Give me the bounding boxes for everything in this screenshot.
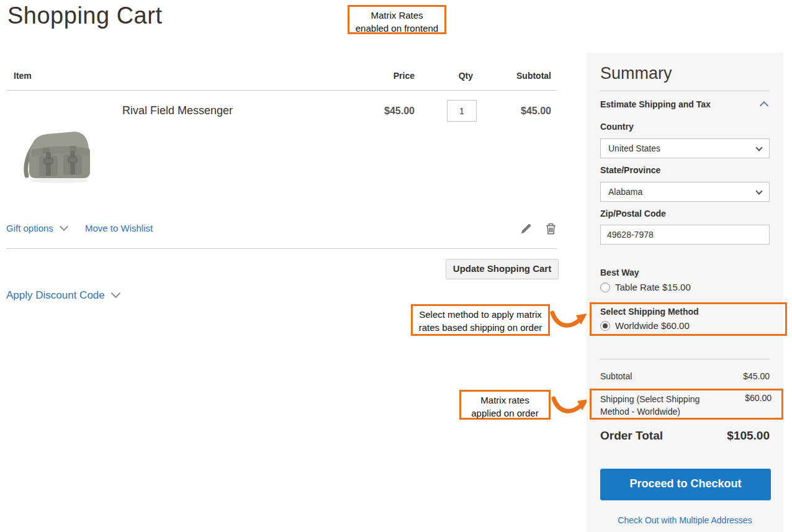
item-price: $45.00 [348,106,415,117]
radio-unchecked-icon[interactable] [600,282,610,292]
shopping-cart-page: Shopping Cart Matrix Rates enabled on fr… [0,0,792,532]
zip-label: Zip/Postal Code [600,209,666,219]
qty-input[interactable] [447,100,477,122]
divider [600,359,770,359]
chevron-down-icon [110,289,120,299]
radio-checked-icon[interactable] [600,321,610,331]
country-select[interactable]: United States [600,138,770,158]
move-to-wishlist-link[interactable]: Move to Wishlist [85,223,153,233]
annotation-rates-applied: Matrix rates applied on order [459,390,551,420]
item-subtotal: $45.00 [484,106,551,117]
order-total-value: $105.00 [646,429,770,443]
annotation-matrix-enabled: Matrix Rates enabled on frontend [348,5,446,34]
state-select[interactable]: Alabama [600,182,770,202]
divider [6,90,557,91]
estimate-shipping-toggle[interactable]: Estimate Shipping and Tax [600,99,770,109]
update-shopping-cart-button[interactable]: Update Shopping Cart [446,259,559,279]
chevron-down-icon [60,222,68,231]
column-header-price: Price [348,71,415,81]
country-label: Country [600,122,634,132]
subtotal-value: $45.00 [646,371,770,381]
delete-item-trash-icon[interactable] [546,223,556,235]
highlight-shipping-total: Shipping (Select Shipping Method - World… [590,389,783,420]
shipping-method-worldwide[interactable]: Worldwide $60.00 [600,320,785,331]
annotation-select-method: Select method to apply matrix rates base… [411,304,550,336]
summary-title: Summary [600,64,672,83]
zip-input[interactable] [600,225,770,245]
gift-options-toggle[interactable]: Gift options [6,223,67,233]
curved-arrow-icon [550,309,588,333]
shipping-total-label: Shipping (Select Shipping Method - World… [600,393,721,418]
curved-arrow-icon [551,394,590,418]
chevron-down-icon [755,187,762,194]
subtotal-label: Subtotal [600,371,632,381]
carrier-select-shipping-method: Select Shipping Method [600,307,785,317]
state-label: State/Province [600,165,660,175]
apply-discount-toggle[interactable]: Apply Discount Code [6,289,119,302]
edit-item-pencil-icon[interactable] [520,223,532,235]
carrier-best-way: Best Way [600,268,639,277]
product-image[interactable] [16,122,99,192]
summary-panel: Summary Estimate Shipping and Tax Countr… [587,53,783,532]
shipping-method-table-rate[interactable]: Table Rate $15.00 [600,282,691,292]
gift-options-label[interactable]: Gift options [6,223,53,233]
highlight-select-shipping-method: Select Shipping Method Worldwide $60.00 [590,302,787,336]
shipping-total-value: $60.00 [745,393,772,418]
divider [6,248,557,249]
proceed-to-checkout-button[interactable]: Proceed to Checkout [600,469,771,500]
page-title: Shopping Cart [7,2,162,29]
column-header-item: Item [14,71,32,81]
column-header-qty: Qty [434,71,473,81]
chevron-down-icon [755,144,762,151]
divider [600,91,770,91]
product-name-link[interactable]: Rival Field Messenger [122,104,233,117]
chevron-up-icon [760,101,768,110]
column-header-subtotal: Subtotal [484,71,551,81]
multi-address-checkout-link[interactable]: Check Out with Multiple Addresses [587,515,783,525]
